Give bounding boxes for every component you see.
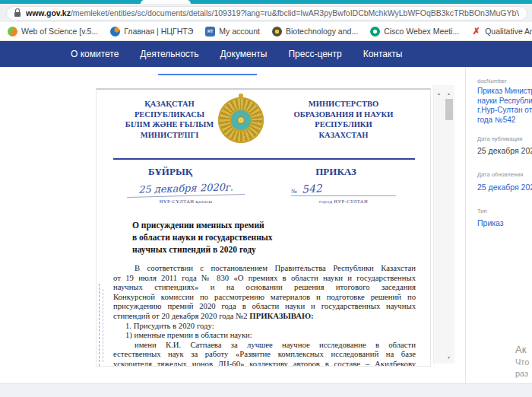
qualitative-icon: ✗ — [471, 27, 481, 37]
url-host: www.gov.kz — [26, 8, 71, 17]
bookmark-label: My account — [219, 27, 260, 36]
doc-order-word-kazakh: БҰЙРЫҚ — [113, 166, 227, 178]
site-nav: О комитете Деятельность Документы Пресс-… — [0, 41, 532, 67]
bookmark-label: Qualitative Analysis... — [485, 27, 532, 36]
kazakhstan-emblem-icon — [217, 94, 264, 147]
doc-link[interactable]: Приказ Министра о науки Республики К г.Н… — [477, 87, 532, 125]
doc-number-sign: № — [291, 188, 297, 195]
bookmark-label: Biotechnology and... — [286, 27, 358, 36]
web-of-science-icon — [8, 27, 17, 37]
publication-date-label: Дата публикации — [477, 135, 532, 142]
nav-item-press[interactable]: Пресс-центр — [288, 49, 341, 59]
browser-window: www.gov.kz/memleket/entities/sc/document… — [0, 0, 532, 397]
lock-icon[interactable] — [14, 12, 21, 17]
scroll-up-icon[interactable]: ▲ — [437, 91, 441, 96]
decree-word: ПРИКАЗЫВАЮ: — [249, 311, 313, 320]
bookmarks-bar: Web of Science [v.5... Главная | НЦГНТЭ … — [0, 22, 532, 41]
scroll-up-icon[interactable]: ▲ — [447, 91, 451, 96]
update-date-value[interactable]: 25 декабря 2020 — [477, 183, 532, 192]
doc-title: О присуждении именных премий в области н… — [132, 219, 273, 256]
active-tab-underline — [158, 74, 257, 75]
my-account-icon: RT — [205, 27, 215, 37]
scrollbar-thumb[interactable] — [445, 99, 453, 120]
bookmark-label: Web of Science [v.5... — [21, 27, 98, 36]
doc-body: В соответствии с постановлением Правител… — [113, 263, 416, 367]
bookmark-webex[interactable]: Cisco Webex Meeti... — [370, 27, 459, 37]
footer-band — [0, 383, 532, 397]
doc-number-handwritten: 542 — [301, 182, 322, 195]
bookmark-qualitative[interactable]: ✗ Qualitative Analysis... — [471, 27, 532, 37]
bookmark-web-of-science[interactable]: Web of Science [v.5... — [8, 27, 98, 37]
viewer-scrollbar[interactable]: ▲ ▲ ▼ — [433, 85, 454, 364]
biotechnology-icon — [272, 27, 282, 37]
document-page: ҚАЗАҚСТАН РЕСПУБЛИКАСЫ БІЛІМ ЖӘНЕ ҒЫЛЫМ … — [96, 88, 431, 367]
type-value[interactable]: Приказ — [477, 218, 532, 227]
url-field[interactable]: www.gov.kz/memleket/entities/sc/document… — [6, 6, 527, 21]
doc-header-russian: МИНИСТЕРСТВО ОБРАЗОВАНИЯ И НАУКИ РЕСПУБЛ… — [268, 99, 419, 140]
stamp-vertical-text — [103, 289, 103, 362]
bookmark-ncgnte[interactable]: Главная | НЦГНТЭ — [110, 27, 193, 37]
nav-item-committee[interactable]: О комитете — [71, 49, 119, 59]
doc-city-kazakh: НҰР-СҰЛТАН қаласы — [127, 198, 245, 204]
doc-number-block: № 542 город НУР-СУЛТАН — [291, 183, 396, 204]
doc-date-block: 25 декабря 2020г. НҰР-СҰЛТАН қаласы — [127, 183, 245, 204]
address-bar: www.gov.kz/memleket/entities/sc/document… — [0, 4, 532, 22]
nav-item-contacts[interactable]: Контакты — [363, 49, 403, 59]
publication-date-value: 25 декабря 2020 — [477, 146, 532, 155]
stamp-vertical-text — [99, 284, 100, 366]
doc-list-item-1: 1. Присудить в 2020 году: — [113, 321, 416, 331]
bookmark-biotechnology[interactable]: Biotechnology and... — [272, 27, 358, 37]
doc-order-word-russian: ПРИКАЗ — [279, 166, 393, 178]
doc-number-label: docNumber — [477, 78, 532, 84]
scroll-down-icon[interactable]: ▼ — [447, 355, 451, 360]
bookmark-label: Главная | НЦГНТЭ — [124, 27, 193, 36]
bookmark-my-account[interactable]: RT My account — [205, 27, 260, 37]
chat-widget-preview[interactable]: Ак Что раз — [515, 344, 529, 378]
doc-date-handwritten: 25 декабря 2020г. — [127, 181, 245, 198]
nav-item-activity[interactable]: Деятельность — [140, 49, 198, 59]
doc-header-kazakh: ҚАЗАҚСТАН РЕСПУБЛИКАСЫ БІЛІМ ЖӘНЕ ҒЫЛЫМ … — [112, 99, 227, 140]
doc-list-item-2: 1) именные премии в области науки: — [113, 330, 416, 340]
ncgnte-icon — [110, 27, 120, 37]
doc-decree-line: стипендий от 20 декабря 2020 года №2 ПРИ… — [113, 311, 416, 321]
update-date-label: Дата обновления — [477, 171, 532, 178]
nav-item-documents[interactable]: Документы — [220, 49, 268, 59]
doc-city-russian: город НУР-СУЛТАН — [291, 198, 396, 204]
type-label: Тип — [477, 208, 532, 214]
url-path: /memleket/entities/sc/documents/details/… — [71, 8, 519, 17]
document-meta-panel: docNumber Приказ Министра о науки Респуб… — [466, 67, 532, 383]
bookmark-label: Cisco Webex Meeti... — [384, 27, 459, 36]
doc-header-separator — [113, 158, 415, 160]
webex-icon — [370, 27, 380, 37]
